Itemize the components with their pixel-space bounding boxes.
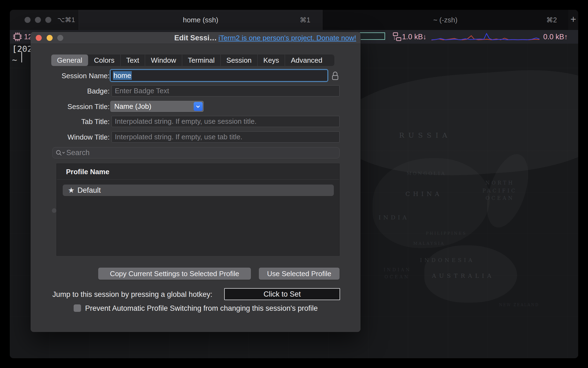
minimize-window-button[interactable] (35, 17, 41, 23)
dialog-close-button[interactable] (36, 35, 42, 41)
preferences-tab-bar: General Colors Text Window Terminal Sess… (51, 55, 334, 66)
badge-field[interactable]: Enter Badge Text (112, 85, 340, 96)
map-label-pacific: PACIFIC (482, 188, 517, 194)
window-controls: ⌥⌘1 (10, 10, 79, 30)
tab-bar: ⌥⌘1 home (ssh) ⌘1 ~ (-zsh) ⌘2 + (10, 10, 578, 30)
tab-session[interactable]: Session (220, 55, 257, 66)
session-name-field[interactable]: home (110, 69, 328, 82)
tab-title-field[interactable]: Interpolated string. If empty, use sessi… (112, 116, 340, 127)
tab-home-ssh[interactable]: home (ssh) ⌘1 (79, 10, 322, 30)
profile-search-field[interactable]: Search (52, 147, 340, 158)
map-label-ocean-2: OCEAN (385, 274, 410, 279)
tab-shortcut: ⌘1 (300, 10, 310, 30)
prevent-aps-checkbox[interactable] (74, 304, 81, 312)
map-label-australia: AUSTRALIA (432, 273, 494, 279)
map-label-china: CHINA (406, 191, 442, 197)
session-title-dropdown[interactable]: Name (Job) (110, 101, 204, 112)
terminal-prompt: ~ (12, 55, 17, 65)
profiles-column-header[interactable]: Profile Name (66, 168, 109, 176)
tab-zsh[interactable]: ~ (-zsh) ⌘2 (322, 10, 568, 30)
map-label-indonesia: INDONESIA (420, 257, 475, 263)
new-tab-button[interactable]: + (568, 10, 578, 30)
network-icon (390, 32, 402, 42)
dropdown-button (194, 102, 203, 111)
map-label-north: NORTH (485, 180, 514, 186)
map-label-malaysia: MALAYSIA (413, 241, 445, 246)
map-label-indian: INDIAN (383, 267, 411, 272)
profile-row-default[interactable]: ★ Default (63, 185, 334, 196)
chevron-down-icon (196, 104, 200, 108)
donate-link[interactable]: iTerm2 is one person's project. Donate n… (218, 32, 356, 44)
drag-dot (52, 208, 56, 213)
desktop: ⌥⌘1 home (ssh) ⌘1 ~ (-zsh) ⌘2 + 12 (0, 0, 588, 368)
badge-label: Badge: (31, 87, 110, 95)
edit-session-dialog: Edit Sessi… iTerm2 is one person's proje… (31, 32, 361, 332)
map-label-ocean: OCEAN (485, 195, 514, 201)
session-name-label: Session Name: (31, 72, 110, 80)
map-label-india: INDIA (379, 214, 409, 221)
tab-keys[interactable]: Keys (257, 55, 285, 66)
tab-title-placeholder: Interpolated string. If empty, use sessi… (115, 117, 257, 125)
session-title-label: Session Title: (31, 102, 110, 111)
dialog-titlebar: Edit Sessi… iTerm2 is one person's proje… (31, 32, 361, 44)
session-title-value: Name (Job) (114, 101, 151, 112)
hotkey-recorder-button[interactable]: Click to Set (224, 288, 340, 300)
use-selected-profile-button[interactable]: Use Selected Profile (259, 268, 340, 280)
tab-window[interactable]: Window (145, 55, 182, 66)
badge-placeholder: Enter Badge Text (115, 87, 169, 95)
cpu-icon (12, 31, 23, 42)
dialog-minimize-button[interactable] (47, 35, 53, 41)
tab-text[interactable]: Text (120, 55, 145, 66)
iterm-window: ⌥⌘1 home (ssh) ⌘1 ~ (-zsh) ⌘2 + 12 (10, 10, 578, 358)
tab-title: home (ssh) (79, 10, 322, 30)
prevent-aps-label: Prevent Automatic Profile Switching from… (85, 304, 318, 313)
lock-icon[interactable] (331, 71, 339, 81)
copy-settings-button[interactable]: Copy Current Settings to Selected Profil… (98, 268, 251, 280)
header-divider (57, 179, 339, 180)
network-download-label: 1.0 kB↓ (402, 30, 427, 44)
map-label-philippines: PHILIPPINES (426, 231, 466, 236)
tab-colors[interactable]: Colors (88, 55, 120, 66)
dialog-title: Edit Sessi… (174, 32, 217, 44)
star-icon: ★ (68, 185, 74, 196)
tab-title-label: Tab Title: (31, 117, 110, 126)
map-label-new-zealand: NEW ZEALAND (499, 303, 539, 307)
network-sparkline (430, 32, 541, 42)
search-placeholder: Search (66, 147, 90, 158)
tab-shortcut: ⌘2 (546, 10, 557, 30)
zoom-window-button[interactable] (45, 17, 51, 23)
window-shortcut-label: ⌥⌘1 (57, 10, 75, 30)
profile-name: Default (77, 185, 101, 196)
tab-general[interactable]: General (51, 55, 88, 66)
window-title-label: Window Title: (31, 133, 110, 141)
terminal-cursor (21, 52, 22, 62)
close-window-button[interactable] (25, 17, 31, 23)
search-icon (55, 149, 66, 157)
map-landmass (334, 64, 578, 184)
global-hotkey-label: Jump to this session by pressing a globa… (52, 290, 212, 299)
tab-terminal[interactable]: Terminal (182, 55, 220, 66)
map-label-russia: RUSSIA (399, 131, 451, 139)
profiles-table: Profile Name ★ Default (56, 164, 340, 256)
map-label-mongolia: MONGOLIA (407, 171, 446, 176)
terminal-output-line: [202 (12, 44, 32, 54)
network-upload-label: 0.0 kB↑ (543, 30, 568, 44)
tab-title: ~ (-zsh) (322, 10, 568, 30)
window-title-placeholder: Interpolated string. If empty, use tab t… (115, 133, 242, 141)
session-name-value: home (113, 71, 132, 80)
window-title-field[interactable]: Interpolated string. If empty, use tab t… (112, 131, 340, 143)
dialog-zoom-button (57, 35, 63, 41)
tab-advanced[interactable]: Advanced (285, 55, 328, 66)
